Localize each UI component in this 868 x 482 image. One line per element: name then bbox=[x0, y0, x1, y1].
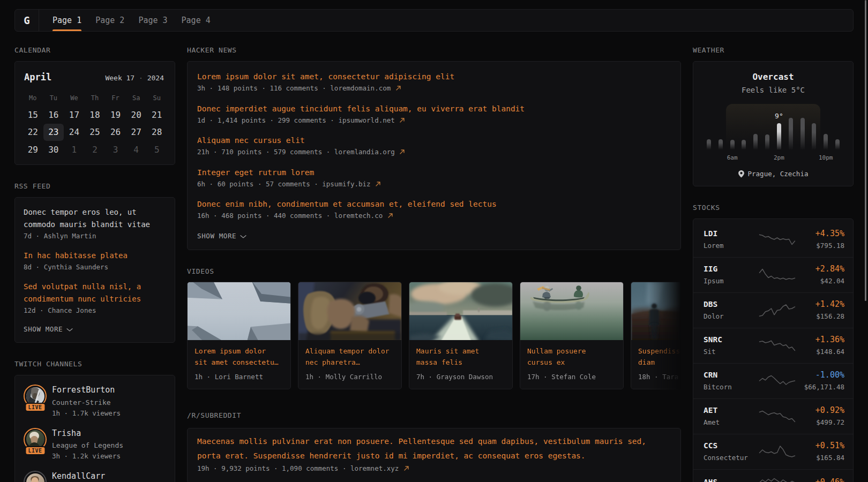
stock-symbol[interactable]: IIG bbox=[704, 263, 752, 275]
channel-name[interactable]: KendallCarr bbox=[52, 471, 105, 481]
calendar-day[interactable]: 20 bbox=[126, 106, 147, 124]
stock-row[interactable]: CRNBitcorn-1.00%$66,171.48 bbox=[693, 363, 853, 398]
stock-row[interactable]: LDILorem+4.35%$795.18 bbox=[693, 222, 853, 257]
weather-bar bbox=[707, 139, 711, 149]
hackernews-item-title[interactable]: Donec enim nibh, condimentum et accumsan… bbox=[197, 199, 671, 209]
weather-bar bbox=[824, 134, 828, 149]
videos-widget: VIDEOS Lorem ipsum dolorsit amet consect… bbox=[187, 268, 681, 389]
twitch-channel-item[interactable]: LIVEForrestBurtonCounter-Strike1h · 1.7k… bbox=[24, 385, 166, 419]
calendar-day[interactable]: 16 bbox=[43, 106, 64, 124]
stock-symbol[interactable]: DBS bbox=[704, 298, 752, 311]
twitch-channel-item[interactable]: LIVETrishaLeague of Legends3h · 1.2k vie… bbox=[24, 428, 166, 462]
hackernews-item-title[interactable]: Aliquam nec cursus elit bbox=[197, 135, 671, 146]
stock-row[interactable]: DBSDolor+1.42%$156.28 bbox=[693, 292, 853, 328]
stocks-card: LDILorem+4.35%$795.18IIGIpsum+2.84%$42.0… bbox=[693, 219, 854, 482]
stock-symbol[interactable]: AET bbox=[704, 404, 752, 417]
video-card[interactable]: Suspendissediam18h · Tara bbox=[631, 282, 681, 389]
app-logo[interactable]: G bbox=[15, 10, 39, 31]
stock-symbol[interactable]: LDI bbox=[704, 228, 752, 240]
calendar-day[interactable]: 28 bbox=[146, 124, 167, 141]
calendar-day[interactable]: 30 bbox=[43, 141, 64, 159]
rss-show-more-button[interactable]: SHOW MORE bbox=[24, 324, 166, 335]
channel-name[interactable]: ForrestBurton bbox=[52, 385, 121, 395]
stock-price: $795.18 bbox=[793, 240, 844, 251]
video-card[interactable]: Aliquam tempor dolornec pharetra…1h · Mo… bbox=[298, 282, 402, 389]
stocks-widget-title: STOCKS bbox=[693, 204, 854, 212]
reddit-post-meta-text: 19h · 9,932 points · 1,090 comments · lo… bbox=[197, 464, 399, 472]
videos-row: Lorem ipsum dolorsit amet consectetu…1h … bbox=[187, 282, 681, 389]
twitch-channel-item[interactable]: KendallCarr bbox=[24, 471, 166, 482]
rss-item-title[interactable]: Sed volutpat nulla nisl, a condimentum n… bbox=[24, 281, 166, 305]
right-column: WEATHER Overcast Feels like 5°C 9° 6am2p… bbox=[693, 47, 854, 482]
page-scrollbar[interactable] bbox=[865, 0, 866, 301]
calendar-day[interactable]: 18 bbox=[85, 106, 106, 124]
video-meta: 1h · Lori Barnett bbox=[194, 372, 283, 382]
video-card[interactable]: Lorem ipsum dolorsit amet consectetu…1h … bbox=[187, 282, 291, 389]
calendar-day-selected[interactable]: 23 bbox=[43, 124, 64, 141]
calendar-day[interactable]: 17 bbox=[64, 106, 85, 124]
video-card-body: Lorem ipsum dolorsit amet consectetu…1h … bbox=[188, 340, 290, 389]
stock-sparkline bbox=[752, 338, 796, 353]
rss-item-meta: 12d · Chance Jones bbox=[24, 305, 166, 316]
stock-row[interactable]: CCSConsectetur+0.51%$165.84 bbox=[693, 434, 853, 469]
calendar-dow-label: Tu bbox=[43, 93, 64, 103]
video-title[interactable]: Aliquam tempor dolornec pharetra… bbox=[305, 346, 394, 368]
rss-item-title[interactable]: In hac habitasse platea bbox=[24, 250, 166, 262]
hackernews-item-title[interactable]: Integer eget rutrum lorem bbox=[197, 167, 671, 178]
tab-page-3[interactable]: Page 3 bbox=[138, 10, 167, 31]
channel-category[interactable]: Counter-Strike bbox=[52, 397, 121, 408]
video-title[interactable]: Lorem ipsum dolorsit amet consectetu… bbox=[194, 346, 283, 368]
calendar-day[interactable]: 4 bbox=[126, 141, 147, 159]
channel-name[interactable]: Trisha bbox=[52, 428, 123, 439]
calendar-month[interactable]: April bbox=[24, 72, 51, 82]
tab-page-4[interactable]: Page 4 bbox=[182, 10, 211, 31]
tab-page-1[interactable]: Page 1 bbox=[53, 10, 81, 31]
hackernews-item-meta-text: 21h · 710 points · 579 comments · loreml… bbox=[197, 148, 395, 156]
calendar-day[interactable]: 24 bbox=[64, 124, 85, 141]
calendar-day[interactable]: 21 bbox=[146, 106, 167, 124]
stock-row[interactable]: AETAmet+0.92%$499.72 bbox=[693, 398, 853, 434]
stock-values: +1.42%$156.28 bbox=[793, 298, 844, 322]
calendar-day[interactable]: 22 bbox=[23, 124, 43, 141]
stock-symbol[interactable]: SNRC bbox=[704, 334, 752, 346]
stock-values: +0.92%$499.72 bbox=[793, 404, 844, 428]
hackernews-item-meta: 1d · 1,414 points · 299 comments · ipsum… bbox=[197, 115, 671, 126]
video-title[interactable]: Suspendissediam bbox=[638, 346, 681, 368]
video-card-body: Mauris sit ametmassa felis7h · Grayson D… bbox=[409, 340, 512, 389]
calendar-day[interactable]: 5 bbox=[146, 141, 167, 159]
video-meta: 17h · Stefan Cole bbox=[527, 372, 616, 382]
stock-symbol[interactable]: CCS bbox=[704, 440, 752, 452]
stock-sparkline bbox=[752, 475, 796, 482]
reddit-post-title[interactable]: Maecenas mollis pulvinar erat non posuer… bbox=[197, 434, 671, 464]
stock-row[interactable]: AHS+0.46% bbox=[693, 469, 853, 482]
channel-category[interactable]: League of Legends bbox=[52, 440, 123, 451]
calendar-day[interactable]: 2 bbox=[85, 141, 106, 159]
video-title-line1: Nullam posuere bbox=[527, 347, 586, 355]
stock-values: +2.84%$42.04 bbox=[793, 263, 844, 287]
calendar-day[interactable]: 3 bbox=[105, 141, 126, 159]
stock-values: +0.51%$165.84 bbox=[793, 440, 844, 463]
calendar-day[interactable]: 29 bbox=[23, 141, 43, 159]
subreddit-widget: /R/SUBREDDIT Maecenas mollis pulvinar er… bbox=[187, 412, 681, 482]
calendar-day[interactable]: 25 bbox=[85, 124, 106, 141]
tab-page-2[interactable]: Page 2 bbox=[95, 10, 124, 31]
calendar-day[interactable]: 26 bbox=[105, 124, 126, 141]
hackernews-item-title[interactable]: Lorem ipsum dolor sit amet, consectetur … bbox=[197, 71, 671, 82]
calendar-day[interactable]: 1 bbox=[64, 141, 85, 159]
stock-row[interactable]: SNRCSit+1.36%$148.64 bbox=[693, 328, 853, 363]
video-title[interactable]: Nullam posuerecursus ex bbox=[527, 346, 616, 368]
video-card[interactable]: Nullam posuerecursus ex17h · Stefan Cole bbox=[520, 282, 624, 389]
calendar-day[interactable]: 27 bbox=[126, 124, 147, 141]
video-title[interactable]: Mauris sit ametmassa felis bbox=[416, 346, 505, 368]
rss-item-title[interactable]: Donec tempor eros leo, ut commodo mauris… bbox=[24, 206, 166, 231]
video-card[interactable]: Mauris sit ametmassa felis7h · Grayson D… bbox=[409, 282, 513, 389]
stock-symbol[interactable]: CRN bbox=[704, 369, 752, 381]
hackernews-show-more-button[interactable]: SHOW MORE bbox=[197, 231, 671, 242]
stock-symbol[interactable]: AHS bbox=[704, 476, 752, 482]
twitch-widget: TWITCH CHANNELS LIVEForrestBurtonCounter… bbox=[14, 360, 175, 482]
stock-row[interactable]: IIGIpsum+2.84%$42.04 bbox=[693, 257, 853, 292]
calendar-day[interactable]: 15 bbox=[23, 106, 43, 124]
video-meta: 1h · Molly Carrillo bbox=[305, 372, 394, 382]
calendar-day[interactable]: 19 bbox=[105, 106, 126, 124]
hackernews-item-title[interactable]: Donec imperdiet augue tincidunt felis al… bbox=[197, 103, 671, 114]
